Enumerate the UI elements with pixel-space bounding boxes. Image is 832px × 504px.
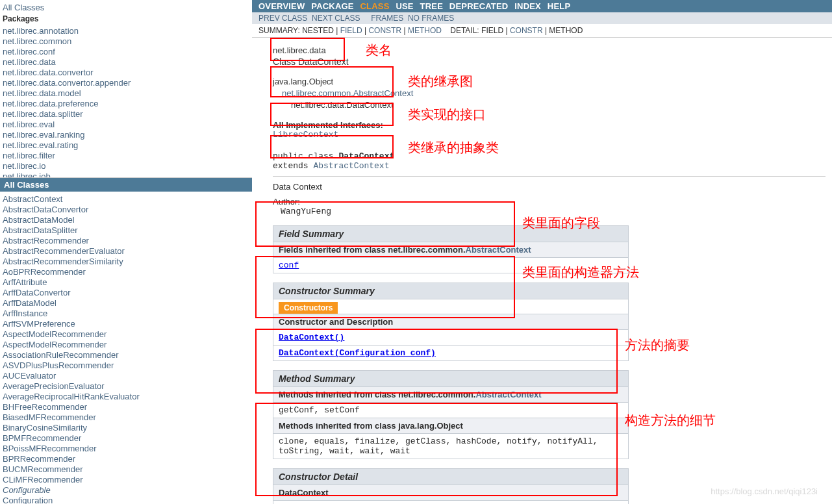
class-link[interactable]: AbstractDataModel <box>3 215 249 225</box>
nav-use[interactable]: USE <box>396 1 413 11</box>
package-link[interactable]: net.librec.eval <box>3 120 249 130</box>
summary-field[interactable]: FIELD <box>340 26 362 35</box>
class-link[interactable]: AverageReciprocalHitRankEvaluator <box>3 392 249 402</box>
package-link[interactable]: net.librec.data.convertor.appender <box>3 78 249 88</box>
method-summary-title: Method Summary <box>273 370 629 387</box>
detail-field: FIELD <box>481 26 503 35</box>
prev-class-link[interactable]: PREV CLASS <box>258 14 307 23</box>
package-link[interactable]: net.librec.common <box>3 36 249 47</box>
fields-inherited-label: Fields inherited from class net.librec.c… <box>279 245 466 255</box>
class-link[interactable]: AveragePrecisionEvaluator <box>3 381 249 392</box>
package-link[interactable]: net.librec.eval.ranking <box>3 130 249 140</box>
class-link[interactable]: BinaryCosineSimilarity <box>3 423 249 433</box>
noframes-link[interactable]: NO FRAMES <box>408 14 454 23</box>
class-link[interactable]: AspectModelRecommender <box>3 329 249 340</box>
package-link[interactable]: net.librec.eval.rating <box>3 140 249 151</box>
constructor-summary-title: Constructor Summary <box>273 283 629 299</box>
package-link[interactable]: net.librec.data.model <box>3 88 249 99</box>
class-link[interactable]: ArffInstance <box>3 309 249 319</box>
detail-method: METHOD <box>549 26 583 35</box>
constructor-link[interactable]: DataContext() <box>279 333 344 342</box>
annotation-text: 类继承的抽象类 <box>408 139 499 157</box>
detail-constr[interactable]: CONSTR <box>510 26 543 35</box>
decl-extends-link[interactable]: AbstractContext <box>313 161 389 171</box>
annotation-text: 构造方法的细节 <box>625 412 716 429</box>
annotation-text: 类里面的构造器方法 <box>522 264 639 281</box>
class-link[interactable]: ArffAttribute <box>3 277 249 288</box>
next-class-link[interactable]: NEXT CLASS <box>312 14 360 23</box>
fields-inherited-link[interactable]: AbstractContext <box>466 245 531 255</box>
impl-interface-link[interactable]: LibrecContext <box>273 130 338 140</box>
constructor-detail-name: DataContext <box>273 485 629 501</box>
methods-inherited-object-label: Methods inherited from class java.lang.O… <box>279 421 463 431</box>
nav-deprecated[interactable]: DEPRECATED <box>449 1 509 11</box>
class-link[interactable]: ArffDataModel <box>3 298 249 309</box>
inherited-field-link[interactable]: conf <box>279 260 299 270</box>
all-classes-link[interactable]: All Classes <box>3 3 249 13</box>
sub-nav: PREV CLASS NEXT CLASS FRAMES NO FRAMES <box>252 12 832 24</box>
class-link[interactable]: AbstractContext <box>3 194 249 205</box>
class-link[interactable]: AspectModelRecommender <box>3 340 249 350</box>
left-sidebar: All Classes Packages net.librec.annotati… <box>0 0 252 504</box>
packages-frame: All Classes Packages net.librec.annotati… <box>0 0 252 178</box>
class-link[interactable]: AbstractDataConvertor <box>3 205 249 215</box>
class-link[interactable]: AUCEvaluator <box>3 371 249 381</box>
class-link[interactable]: ASVDPlusPlusRecommender <box>3 360 249 371</box>
nav-tree[interactable]: TREE <box>420 1 443 11</box>
class-link[interactable]: BPoissMFRecommender <box>3 444 249 454</box>
package-link[interactable]: net.librec.filter <box>3 151 249 161</box>
class-link[interactable]: Configurable <box>3 485 249 496</box>
inherit-level-1: net.librec.common.AbstractContext <box>273 88 826 99</box>
class-link[interactable]: AbstractRecommender <box>3 236 249 246</box>
class-link[interactable]: ArffSVMPreference <box>3 319 249 329</box>
annotation-text: 方法的摘要 <box>625 336 690 354</box>
inherited-object-methods-list: clone, equals, finalize, getClass, hashC… <box>273 434 629 459</box>
class-link[interactable]: AbstractRecommenderEvaluator <box>3 246 249 257</box>
annotation-text: 类里面的字段 <box>522 214 600 232</box>
constructor-link[interactable]: DataContext(Configuration conf) <box>279 348 436 358</box>
class-declaration: public class DataContext extends Abstrac… <box>273 151 826 171</box>
package-link[interactable]: net.librec.data.splitter <box>3 109 249 120</box>
main-content: 类名 类的继承图 类实现的接口 类继承的抽象类 类里面的字段 类里面的构造器方法… <box>252 38 832 504</box>
class-link[interactable]: AoBPRRecommender <box>3 267 249 277</box>
class-link[interactable]: BPRRecommender <box>3 454 249 464</box>
classes-frame: All Classes AbstractContextAbstractDataC… <box>0 178 252 504</box>
packages-heading: Packages <box>3 14 249 23</box>
nav-overview[interactable]: OVERVIEW <box>258 1 305 11</box>
class-link[interactable]: ArffDataConvertor <box>3 288 249 298</box>
package-link[interactable]: net.librec.data.preference <box>3 99 249 109</box>
summary-constr[interactable]: CONSTR <box>368 26 401 35</box>
package-link[interactable]: net.librec.annotation <box>3 26 249 36</box>
class-link[interactable]: BPMFRecommender <box>3 433 249 444</box>
main-frame: OVERVIEW PACKAGE CLASS USE TREE DEPRECAT… <box>252 0 832 504</box>
package-link[interactable]: net.librec.conf <box>3 47 249 57</box>
frames-link[interactable]: FRAMES <box>371 14 403 23</box>
class-link[interactable]: AssociationRuleRecommender <box>3 350 249 360</box>
summary-method[interactable]: METHOD <box>408 26 442 35</box>
class-link[interactable]: AbstractRecommenderSimilarity <box>3 257 249 267</box>
constructor-row: DataContext() <box>273 330 629 346</box>
class-link[interactable]: BiasedMFRecommender <box>3 412 249 423</box>
top-nav: OVERVIEW PACKAGE CLASS USE TREE DEPRECAT… <box>252 0 832 12</box>
summary-nested: NESTED <box>302 26 334 35</box>
package-link[interactable]: net.librec.data <box>3 57 249 68</box>
methods-inherited-object-row: Methods inherited from class java.lang.O… <box>273 418 629 434</box>
class-link[interactable]: CLiMFRecommender <box>3 475 249 485</box>
nav-index[interactable]: INDEX <box>514 1 541 11</box>
package-link[interactable]: net.librec.job <box>3 171 249 178</box>
nav-package[interactable]: PACKAGE <box>311 1 353 11</box>
constructor-detail-sig: public DataContext() <box>273 501 629 504</box>
class-link[interactable]: Configuration <box>3 496 249 504</box>
fields-inherited-row: Fields inherited from class net.librec.c… <box>273 242 629 258</box>
package-link[interactable]: net.librec.data.convertor <box>3 68 249 78</box>
inherited-methods-list: getConf, setConf <box>273 403 629 418</box>
class-link[interactable]: AbstractDataSplitter <box>3 225 249 236</box>
nav-help[interactable]: HELP <box>548 1 570 11</box>
class-link[interactable]: BUCMRecommender <box>3 464 249 475</box>
class-link[interactable]: BHFreeRecommender <box>3 402 249 412</box>
methods-inherited-row: Methods inherited from class net.librec.… <box>273 387 629 403</box>
inherit-link[interactable]: net.librec.common.AbstractContext <box>282 88 413 98</box>
methods-inherited-link[interactable]: AbstractContext <box>475 390 541 399</box>
nav-class[interactable]: CLASS <box>360 1 390 11</box>
package-link[interactable]: net.librec.io <box>3 161 249 171</box>
